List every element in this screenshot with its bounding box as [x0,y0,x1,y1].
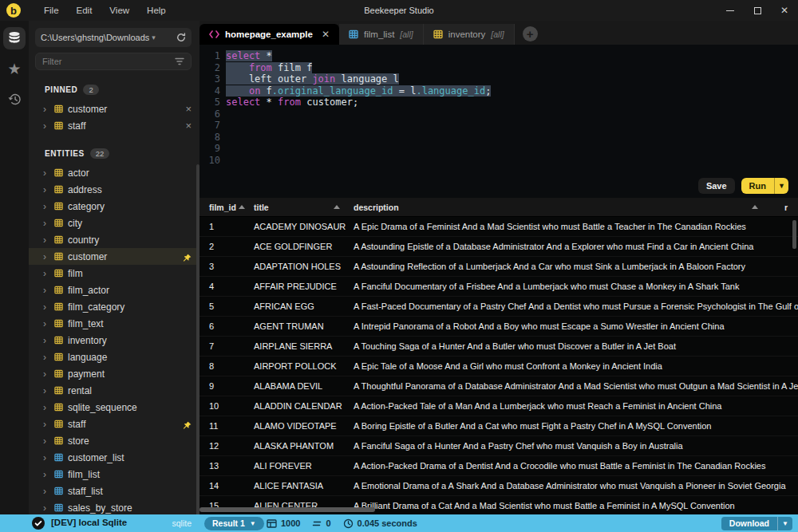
tab-close-icon[interactable]: ✕ [322,29,330,40]
chevron-right-icon[interactable]: › [43,436,49,446]
entity-item-language[interactable]: › language [29,349,200,365]
results-vertical-scrollbar[interactable] [792,220,796,249]
run-dropdown-caret-icon[interactable]: ▼ [775,178,788,194]
chevron-right-icon[interactable]: › [43,168,49,178]
table-row[interactable]: 5 AFRICAN EGG A Fast-Paced Documentary o… [200,297,798,317]
tab-homepage_example[interactable]: homepage_example ✕ [200,24,339,45]
unpin-close-icon[interactable]: × [185,120,192,131]
download-label[interactable]: Download [721,517,777,530]
chevron-right-icon[interactable]: › [43,487,49,496]
entity-item-city[interactable]: › city [29,215,200,231]
entity-item-actor[interactable]: › actor [29,164,200,181]
chevron-right-icon[interactable]: › [43,319,49,329]
entity-item-film_actor[interactable]: › film_actor [29,282,200,298]
table-row[interactable]: 8 AIRPORT POLLOCK A Epic Tale of a Moose… [200,357,798,376]
table-row[interactable]: 7 AIRPLANE SIERRA A Touching Saga of a H… [200,337,798,357]
entity-item-film_text[interactable]: › film_text [29,315,200,332]
entity-item-inventory[interactable]: › inventory [29,332,200,349]
sql-editor[interactable]: 12345678910 select * from film f left ou… [200,45,798,174]
entity-item-address[interactable]: › address [29,181,200,198]
table-row[interactable]: 12 ALASKA PHANTOM A Fanciful Saga of a H… [200,436,798,456]
chevron-right-icon[interactable]: › [43,252,49,262]
table-row[interactable]: 3 ADAPTATION HOLES A Astounding Reflecti… [200,257,798,277]
chevron-right-icon[interactable]: › [43,235,49,245]
connection-dropdown[interactable]: C:\Users\ghstng\Downloads ▾ [35,28,192,47]
entity-item-country[interactable]: › country [29,231,200,248]
new-tab-button[interactable]: + [523,26,538,41]
pinned-section-header[interactable]: PINNED 2 [29,83,200,96]
entity-item-film_list[interactable]: › film_list [29,466,200,483]
chevron-right-icon[interactable]: › [43,386,49,396]
entity-item-film_category[interactable]: › film_category [29,298,200,315]
download-button[interactable]: Download ▼ [721,517,792,530]
unpin-close-icon[interactable]: × [185,104,192,114]
chevron-right-icon[interactable]: › [43,302,49,312]
tab-film_list[interactable]: film_list [all] [339,24,424,45]
favorites-star-icon[interactable]: ★ [3,57,26,80]
table-row[interactable]: 6 AGENT TRUMAN A Intrepid Panorama of a … [200,317,798,337]
maximize-icon[interactable] [744,0,771,21]
result-selector[interactable]: Result 1 ▼ [204,517,264,530]
entity-item-category[interactable]: › category [29,198,200,215]
pinned-item-staff[interactable]: › staff × [29,117,200,134]
chevron-right-icon[interactable]: › [43,286,49,295]
close-icon[interactable]: ✕ [771,0,798,21]
table-row[interactable]: 10 ALADDIN CALENDAR A Action-Packed Tale… [200,396,798,416]
table-row[interactable]: 9 ALABAMA DEVIL A Thoughtful Panorama of… [200,376,798,396]
chevron-right-icon[interactable]: › [43,403,49,412]
chevron-right-icon[interactable]: › [43,503,49,513]
chevron-right-icon[interactable]: › [43,121,49,131]
entity-item-staff_list[interactable]: › staff_list [29,483,200,499]
chevron-right-icon[interactable]: › [43,453,49,463]
column-header-description[interactable]: description [354,203,399,212]
connection-name: [DEV] local Sqlite [51,518,127,527]
entity-item-payment[interactable]: › payment [29,365,200,382]
entity-item-store[interactable]: › store [29,432,200,449]
chevron-right-icon[interactable]: › [43,353,49,362]
table-row[interactable]: 11 ALAMO VIDEOTAPE A Boring Epistle of a… [200,416,798,436]
entity-item-film[interactable]: › film [29,265,200,282]
refresh-icon[interactable] [176,33,186,42]
entity-item-sales_by_store[interactable]: › sales_by_store [29,499,200,514]
pin-icon[interactable] [183,254,192,262]
entity-item-customer_list[interactable]: › customer_list [29,449,200,466]
table-row[interactable]: 1 ACADEMY DINOSAUR A Epic Drama of a Fem… [200,217,798,237]
chevron-right-icon[interactable]: › [43,104,49,114]
chevron-right-icon[interactable]: › [43,470,49,479]
pin-icon[interactable] [183,421,192,430]
entity-item-rental[interactable]: › rental [29,382,200,399]
download-dropdown-caret-icon[interactable]: ▼ [778,517,792,530]
tab-inventory[interactable]: inventory [all] [424,24,515,45]
chevron-right-icon[interactable]: › [43,202,49,211]
column-header-film-id[interactable]: film_id [209,203,236,212]
table-row[interactable]: 13 ALI FOREVER A Action-Packed Drama of … [200,456,798,476]
menu-view[interactable]: View [101,6,138,15]
column-header-title[interactable]: title [254,203,269,212]
table-row[interactable]: 14 ALICE FANTASIA A Emotional Drama of a… [200,476,798,496]
minimize-icon[interactable] [717,0,744,21]
table-row[interactable]: 4 AFFAIR PREJUDICE A Fanciful Documentar… [200,277,798,297]
history-icon[interactable] [3,88,26,110]
chevron-right-icon[interactable]: › [43,269,49,278]
menu-edit[interactable]: Edit [68,6,101,15]
filter-input[interactable] [42,57,175,66]
pinned-item-customer[interactable]: › customer × [29,100,200,117]
chevron-right-icon[interactable]: › [43,219,49,228]
database-icon[interactable] [3,27,26,49]
chevron-right-icon[interactable]: › [43,369,49,379]
chevron-right-icon[interactable]: › [43,185,49,195]
entity-item-sqlite_sequence[interactable]: › sqlite_sequence [29,399,200,416]
run-button[interactable]: Run ▼ [741,178,788,194]
entity-item-staff[interactable]: › staff [29,416,200,432]
results-horizontal-scrollbar[interactable] [200,507,375,512]
chevron-right-icon[interactable]: › [43,420,49,429]
chevron-right-icon[interactable]: › [43,336,49,345]
menu-help[interactable]: Help [138,6,175,15]
column-header-partial[interactable]: r [784,203,788,212]
save-button[interactable]: Save [698,178,735,194]
run-label[interactable]: Run [741,178,774,194]
entities-section-header[interactable]: ENTITIES 22 [29,147,200,160]
table-row[interactable]: 2 ACE GOLDFINGER A Astounding Epistle of… [200,237,798,257]
entity-item-customer[interactable]: › customer [29,248,200,265]
menu-file[interactable]: File [35,6,68,15]
